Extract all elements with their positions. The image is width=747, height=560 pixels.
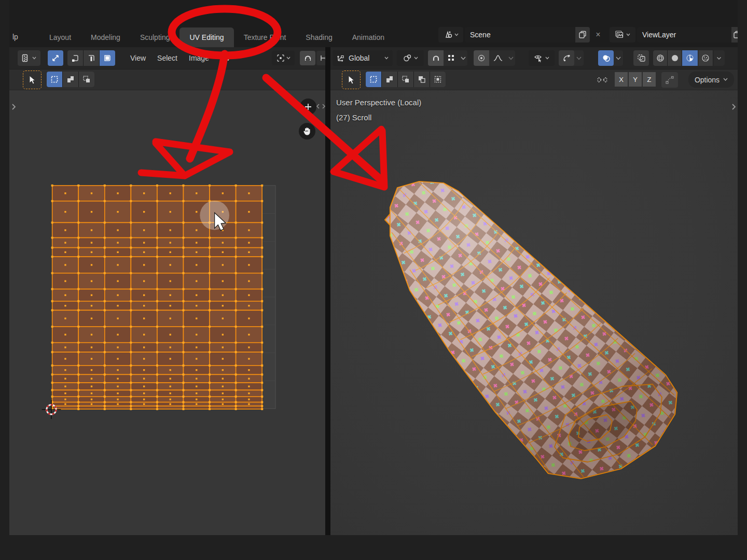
uv-editor: ViewSelectImageUV [9, 47, 325, 535]
select-subtract-button[interactable] [398, 72, 413, 87]
uv-menu-image[interactable]: Image [183, 47, 215, 69]
orientation-value: Global [349, 54, 381, 62]
uv-island[interactable] [51, 185, 264, 410]
snap-toggle[interactable] [428, 50, 444, 66]
rendered-sphere-icon [701, 54, 710, 62]
editor-splitter[interactable] [325, 47, 330, 535]
chevron-down-icon [723, 78, 728, 81]
toggle-xray-button[interactable] [633, 50, 649, 66]
scene-name-field[interactable]: Scene [465, 27, 575, 43]
viewlayer-browse-button[interactable] [610, 27, 635, 43]
show-overlays-toggle[interactable] [598, 50, 614, 66]
snap-base-button[interactable] [661, 72, 678, 88]
vertex-select-icon [71, 54, 79, 62]
uv-menu-select[interactable]: Select [151, 47, 183, 69]
chevron-down-icon[interactable] [507, 50, 515, 66]
proportional-edit-toggle[interactable] [474, 50, 489, 66]
chevron-down-icon [626, 33, 630, 36]
chevron-down-icon [32, 57, 36, 60]
uv-zoom-button[interactable] [300, 99, 316, 115]
viewlayer-icon [615, 31, 625, 39]
viewport-tool-header: XYZ Options [330, 69, 738, 90]
menu-help-partial[interactable]: lp [9, 30, 21, 44]
uv-pan-button[interactable] [299, 123, 315, 139]
workspace-tab-layout[interactable]: Layout [39, 27, 81, 47]
transform-orientation-dropdown[interactable]: Global [333, 50, 393, 66]
uv-snap-with-button[interactable] [316, 51, 325, 65]
uv-snap-toggle[interactable] [300, 51, 315, 65]
mirror-butterfly-icon [597, 75, 608, 85]
shading-wireframe-button[interactable] [653, 50, 667, 66]
viewlayer-name-value: ViewLayer [637, 31, 676, 39]
uv-select-mode-face[interactable] [100, 50, 115, 66]
uv-editor-header: ViewSelectImageUV [9, 47, 325, 69]
object-visibility-dropdown[interactable] [529, 50, 555, 66]
scene-new-copy-button[interactable] [575, 27, 590, 43]
select-set-button[interactable] [366, 72, 381, 87]
select-invert-button[interactable] [414, 72, 430, 87]
uv-tweak-tool-button[interactable] [23, 71, 42, 89]
workspace-tab-texture-paint[interactable]: Texture Paint [234, 27, 296, 47]
mirror-axis-y-button[interactable]: Y [629, 72, 642, 87]
chevron-down-icon[interactable] [459, 50, 467, 66]
workspace-tab-animation[interactable]: Animation [342, 27, 394, 47]
viewport-tweak-tool-button[interactable] [342, 71, 361, 89]
chevron-down-icon[interactable] [614, 50, 623, 66]
snap-group [428, 50, 467, 66]
viewport-sidebar-expand-chevron[interactable] [730, 103, 737, 111]
viewport-canvas[interactable] [330, 90, 738, 535]
workspace-tab-uv-editing[interactable]: UV Editing [179, 27, 233, 47]
mirror-axis-z-button[interactable]: Z [643, 72, 656, 87]
uv-menu-view[interactable]: View [125, 47, 151, 69]
viewport-info-line1: User Perspective (Local) [336, 98, 421, 107]
uv-editor-menubar: ViewSelectImageUV [125, 47, 236, 69]
select-intersect-button[interactable] [430, 72, 446, 87]
viewlayer-name-field[interactable]: ViewLayer [637, 27, 739, 43]
shading-rendered-button[interactable] [698, 50, 713, 66]
options-dropdown[interactable]: Options [688, 72, 734, 88]
face-select-icon [103, 54, 112, 62]
scene-icon [444, 31, 453, 39]
edge-select-icon [87, 54, 95, 62]
shading-mode-group [653, 50, 725, 66]
uv-select-mode-edge[interactable] [84, 50, 99, 66]
uv-select-mode-vertex[interactable] [67, 50, 83, 66]
scene-unlink-button[interactable]: × [592, 27, 604, 43]
mirror-button[interactable] [594, 72, 611, 88]
select-extend-icon [385, 75, 394, 83]
proportional-falloff-button[interactable] [489, 50, 507, 66]
uv-select-set-button[interactable] [47, 72, 62, 87]
overlays-group [598, 50, 623, 66]
uv-sync-selection-toggle[interactable] [48, 50, 63, 66]
snap-increment-icon [447, 54, 455, 62]
shading-material-button[interactable] [682, 50, 698, 66]
show-gizmo-toggle[interactable] [559, 50, 574, 66]
mesh-object[interactable] [385, 181, 677, 479]
select-extend-icon [66, 75, 75, 83]
pivot-point-dropdown[interactable] [397, 50, 424, 66]
shading-dropdown[interactable] [713, 50, 725, 66]
uv-select-subtract-button[interactable] [79, 72, 94, 87]
scene-browse-button[interactable] [438, 27, 463, 43]
select-invert-icon [418, 75, 426, 83]
uv-pivot-point-button[interactable] [272, 51, 295, 65]
splitter-collapse-arrows[interactable] [315, 103, 326, 110]
workspace-tab-shading[interactable]: Shading [296, 27, 342, 47]
shading-solid-button[interactable] [668, 50, 682, 66]
proportional-circle-icon [477, 54, 486, 62]
editor-type-button[interactable] [18, 50, 40, 66]
chevron-down-icon[interactable] [574, 50, 584, 66]
scene-name-value: Scene [465, 31, 491, 39]
uv-canvas[interactable] [9, 90, 325, 535]
gizmo-icon [562, 54, 571, 62]
pivot-rings-icon [403, 54, 412, 62]
snap-with-button[interactable] [444, 50, 459, 66]
workspace-tab-modeling[interactable]: Modeling [81, 27, 130, 47]
workspace-tab-sculpting[interactable]: Sculpting [130, 27, 180, 47]
uv-menu-uv[interactable]: UV [215, 47, 236, 69]
solid-sphere-icon [671, 54, 679, 62]
uv-select-extend-button[interactable] [63, 72, 78, 87]
select-extend-button[interactable] [382, 72, 397, 87]
eye-icon [534, 54, 543, 62]
mirror-axis-x-button[interactable]: X [615, 72, 628, 87]
